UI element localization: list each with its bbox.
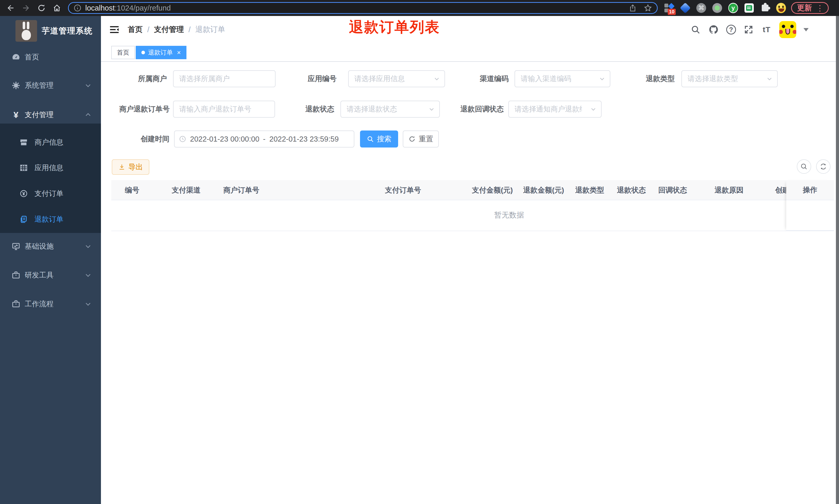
sidebar-item-app-info[interactable]: 应用信息 [0, 161, 101, 175]
sidebar-item-pay-order[interactable]: 支付订单 [0, 186, 101, 201]
sidebar-item-label: 支付管理 [25, 110, 54, 120]
clock-icon [179, 135, 186, 143]
refund-type-select[interactable]: 请选择退款类型 [681, 70, 778, 87]
start-date-value: 2022-01-23 00:00:00 [190, 135, 259, 143]
user-avatar[interactable] [779, 21, 796, 38]
chevron-down-icon [590, 106, 597, 113]
filter-label-app: 应用编号 [297, 70, 337, 87]
browser-home-icon[interactable] [52, 3, 62, 13]
sidebar-item-workflow[interactable]: 工作流程 [0, 297, 101, 311]
sidebar-item-infra[interactable]: 基础设施 [0, 239, 101, 254]
sidebar-item-label: 退款订单 [35, 214, 64, 224]
breadcrumb: 首页 / 支付管理 / 退款订单 [128, 16, 225, 43]
browser-toolbar: localhost:1024/pay/refund 10 ⌘ y 更新 ⋮ [0, 0, 839, 16]
end-date-value: 2022-01-23 23:59:59 [269, 135, 338, 143]
extension-y-icon[interactable]: y [728, 3, 738, 13]
pay-order-icon [19, 188, 29, 199]
shop-icon [19, 137, 29, 147]
chevron-down-icon [428, 106, 435, 113]
merchant-input[interactable] [173, 70, 275, 87]
chevron-down-icon [766, 75, 773, 83]
toggle-search-button[interactable] [797, 159, 811, 174]
site-info-icon[interactable] [73, 4, 82, 12]
column-header: 回调状态 [658, 180, 687, 200]
active-tab-dot [141, 51, 145, 54]
refund-status-select[interactable]: 请选择退款状态 [340, 101, 440, 118]
create-time-range-picker[interactable]: 2022-01-23 00:00:00 - 2022-01-23 23:59:5… [174, 130, 354, 147]
chevron-down-icon [85, 300, 92, 308]
sidebar-logo-row[interactable]: 芋道管理系统 [0, 19, 101, 42]
app-select[interactable]: 请选择应用信息 [348, 70, 445, 87]
address-bar[interactable]: localhost:1024/pay/refund [68, 2, 658, 14]
pay-submenu: 商户信息 应用信息 支付订单 退款订单 [0, 124, 101, 233]
sidebar-item-label: 商户信息 [35, 138, 64, 147]
sidebar-item-system[interactable]: 系统管理 [0, 78, 101, 93]
extension-chat-icon[interactable] [744, 3, 754, 13]
breadcrumb-home[interactable]: 首页 [128, 24, 143, 35]
reset-button[interactable]: 重置 [403, 130, 439, 147]
browser-forward-icon[interactable] [21, 3, 31, 13]
help-icon[interactable]: ? [726, 25, 736, 35]
extension-command-icon[interactable]: ⌘ [696, 3, 706, 13]
column-header: 支付金额(元) [472, 180, 513, 200]
app-logo [15, 20, 37, 42]
column-header: 退款金额(元) [523, 180, 564, 200]
tab-home[interactable]: 首页 [111, 46, 135, 59]
merchant-refund-no-input[interactable] [173, 101, 275, 118]
collapse-sidebar-icon[interactable] [109, 24, 120, 35]
sidebar-item-label: 首页 [25, 52, 39, 62]
sidebar-item-refund-order[interactable]: 退款订单 [0, 212, 101, 227]
tab-close-icon[interactable]: × [177, 49, 181, 57]
profile-emoji-icon[interactable] [776, 3, 786, 13]
chevron-down-icon [85, 82, 92, 89]
avatar-caret-icon[interactable] [803, 28, 809, 31]
extensions-puzzle-icon[interactable] [760, 3, 770, 13]
column-header: 支付渠道 [172, 180, 201, 200]
table-body: 暂无数据 [111, 201, 834, 231]
browser-menu-icon[interactable]: ⋮ [816, 4, 824, 13]
window-scrollbar[interactable] [836, 16, 839, 504]
sidebar-item-label: 支付订单 [35, 189, 64, 198]
notify-status-select[interactable]: 请选择通知商户退款结果 [508, 101, 602, 118]
search-button[interactable]: 搜索 [360, 130, 398, 147]
channel-select[interactable]: 请输入渠道编码 [515, 70, 610, 87]
fixed-action-column: 操作 [786, 180, 834, 232]
extension-gem-icon[interactable] [680, 3, 690, 13]
column-header: 操作 [786, 180, 834, 200]
font-size-icon[interactable]: tT [761, 24, 772, 35]
bookmark-star-icon[interactable] [644, 4, 652, 12]
extension-badge-icon[interactable]: 10 [664, 3, 674, 13]
sidebar: 芋道管理系统 首页 系统管理 ¥ 支付管理 商户信息 [0, 16, 101, 504]
tab-refund-order[interactable]: 退款订单 × [136, 46, 186, 59]
dashboard-icon [11, 52, 21, 62]
extension-dot-icon[interactable] [712, 3, 722, 13]
sidebar-item-label: 工作流程 [25, 299, 54, 309]
fullscreen-icon[interactable] [743, 24, 754, 35]
chrome-update-button[interactable]: 更新 ⋮ [791, 2, 829, 14]
sidebar-item-label: 系统管理 [25, 80, 54, 90]
browser-reload-icon[interactable] [37, 3, 46, 13]
header-search-icon[interactable] [690, 24, 701, 35]
sidebar-item-merchant-info[interactable]: 商户信息 [0, 135, 101, 149]
column-header: 退款原因 [715, 180, 744, 200]
filter-label-create-time: 创建时间 [129, 130, 169, 147]
export-button[interactable]: 导出 [112, 159, 149, 175]
url-text[interactable]: localhost:1024/pay/refund [85, 4, 171, 12]
monitor-icon [11, 241, 21, 251]
chevron-down-icon [433, 75, 440, 83]
share-icon[interactable] [629, 4, 637, 12]
sidebar-item-devtools[interactable]: 研发工具 [0, 268, 101, 282]
refresh-table-button[interactable] [816, 159, 831, 174]
refund-doc-icon [19, 214, 29, 224]
browser-back-icon[interactable] [6, 3, 15, 13]
chevron-down-icon [85, 272, 92, 279]
breadcrumb-pay[interactable]: 支付管理 [154, 24, 184, 35]
breadcrumb-current: 退款订单 [195, 24, 225, 35]
column-header: 支付订单号 [385, 180, 421, 200]
chevron-up-icon [85, 111, 92, 119]
briefcase-icon [11, 299, 21, 309]
github-icon[interactable] [708, 24, 719, 35]
top-navbar: 首页 / 支付管理 / 退款订单 退款订单列表 ? tT [101, 16, 839, 43]
sidebar-item-pay[interactable]: ¥ 支付管理 [0, 108, 101, 122]
sidebar-item-home[interactable]: 首页 [0, 50, 101, 64]
